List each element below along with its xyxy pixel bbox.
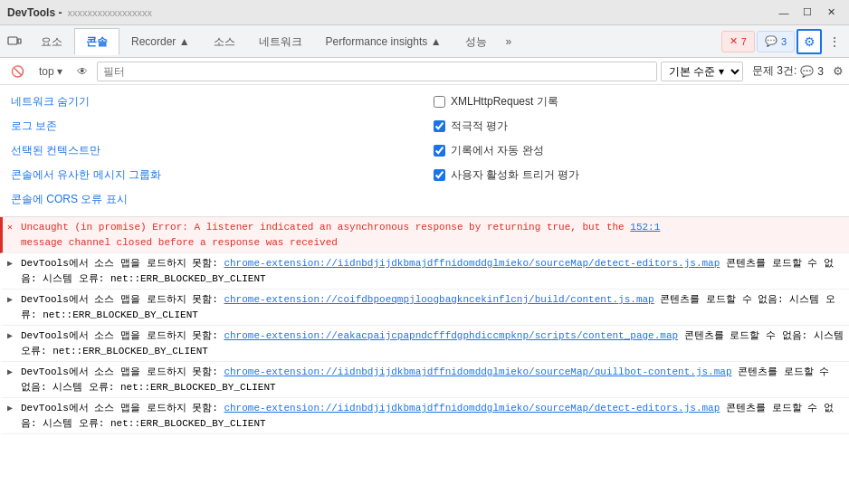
svg-rect-1: [18, 39, 21, 43]
error-location-link[interactable]: 152:1: [630, 222, 660, 233]
error-entry-content: Uncaught (in promise) Error: A listener …: [21, 220, 844, 250]
setting-eager-eval: 적극적 평가: [434, 117, 838, 136]
info-link-2[interactable]: chrome-extension://coifdbpoeqmpjloogbagk…: [224, 294, 653, 305]
xml-http-request-checkbox[interactable]: [434, 96, 445, 108]
svg-rect-0: [8, 37, 17, 44]
info-text-5: DevTools에서 소스 맵을 로드하지 못함:: [21, 403, 224, 414]
eager-eval-checkbox[interactable]: [434, 120, 445, 132]
tab-performance-insights[interactable]: Performance insights ▲: [314, 28, 453, 55]
preserve-log-link[interactable]: 로그 보존: [11, 119, 57, 134]
info-icon-2: ▶: [7, 293, 13, 307]
no-entry-icon: 🚫: [11, 65, 24, 78]
info-content-1: DevTools에서 소스 맵을 로드하지 못함: chrome-extensi…: [21, 256, 844, 286]
top-context-button[interactable]: top ▾: [33, 62, 68, 81]
setting-preserve-log: 로그 보존: [11, 117, 415, 136]
tab-recorder[interactable]: Recorder ▲: [119, 28, 202, 55]
settings-panel: 네트워크 숨기기 XMLHttpRequest 기록 로그 보존 적극적 평가 …: [0, 85, 849, 217]
eye-button[interactable]: 👁: [72, 62, 93, 81]
app-subtitle: xxxxxxxxxxxxxxxxx: [67, 7, 152, 18]
tab-more-button[interactable]: »: [499, 28, 520, 55]
cors-errors-link[interactable]: 콘솔에 CORS 오류 표시: [11, 192, 128, 207]
device-toggle-icon[interactable]: [0, 25, 29, 58]
console-entry-error: ✕ Uncaught (in promise) Error: A listene…: [0, 217, 849, 253]
clear-console-button[interactable]: 🚫: [5, 62, 30, 81]
console-entry-info-4: ▶ DevTools에서 소스 맵을 로드하지 못함: chrome-exten…: [0, 362, 849, 398]
eye-icon: 👁: [77, 65, 88, 78]
error-message-continuation: message channel closed before a response…: [21, 237, 338, 248]
log-level-select[interactable]: 기본 수준 ▾: [661, 62, 743, 81]
tab-bar: 요소 콘솔 Recorder ▲ 소스 네트워크 Performance ins…: [0, 25, 849, 58]
warning-icon: 💬: [765, 35, 777, 47]
issue-count-number: 3: [817, 65, 824, 78]
close-button[interactable]: ✕: [820, 4, 842, 22]
info-content-2: DevTools에서 소스 맵을 로드하지 못함: chrome-extensi…: [21, 292, 844, 322]
more-options-button[interactable]: ⋮: [824, 29, 845, 54]
top-dropdown-icon: ▾: [57, 65, 62, 78]
error-count: 7: [741, 36, 747, 47]
console-entry-info-5: ▶ DevTools에서 소스 맵을 로드하지 못함: chrome-exten…: [0, 398, 849, 434]
setting-group-similar: 콘솔에서 유사한 메시지 그룹화: [11, 166, 415, 185]
setting-xml-http-request: XMLHttpRequest 기록: [434, 92, 838, 111]
maximize-button[interactable]: ☐: [797, 4, 818, 22]
issue-count-icon: 💬: [800, 65, 814, 78]
warning-count: 3: [781, 36, 787, 47]
error-message-text: Uncaught (in promise) Error: A listener …: [21, 222, 630, 233]
selected-context-link[interactable]: 선택된 컨텍스트만: [11, 143, 100, 158]
title-bar-left: DevTools - xxxxxxxxxxxxxxxxx: [7, 6, 152, 19]
info-link-3[interactable]: chrome-extension://eakacpaijcpapndcfffdg…: [224, 330, 678, 341]
user-activation-label: 사용자 활성화 트리거 평가: [451, 167, 579, 183]
gear-icon: ⚙: [804, 34, 816, 49]
info-text-2: DevTools에서 소스 맵을 로드하지 못함:: [21, 294, 224, 305]
group-similar-link[interactable]: 콘솔에서 유사한 메시지 그룹화: [11, 167, 161, 183]
tab-bar-left: 요소 콘솔 Recorder ▲ 소스 네트워크 Performance ins…: [0, 25, 519, 57]
console-entry-info-2: ▶ DevTools에서 소스 맵을 로드하지 못함: chrome-exten…: [0, 290, 849, 326]
title-bar: DevTools - xxxxxxxxxxxxxxxxx — ☐ ✕: [0, 0, 849, 25]
info-link-4[interactable]: chrome-extension://iidnbdjijdkbmajdffnid…: [224, 366, 731, 377]
setting-cors-errors: 콘솔에 CORS 오류 표시: [11, 190, 415, 209]
info-link-1[interactable]: chrome-extension://iidnbdjijdkbmajdffnid…: [224, 258, 720, 269]
tab-console[interactable]: 콘솔: [74, 28, 119, 55]
info-icon-1: ▶: [7, 257, 13, 271]
info-content-4: DevTools에서 소스 맵을 로드하지 못함: chrome-extensi…: [21, 365, 844, 395]
top-label: top: [39, 65, 54, 78]
tab-network[interactable]: 네트워크: [247, 28, 314, 55]
autocomplete-checkbox[interactable]: [434, 145, 445, 157]
app-title: DevTools -: [7, 6, 62, 19]
filter-input[interactable]: [97, 62, 657, 81]
info-text-1: DevTools에서 소스 맵을 로드하지 못함:: [21, 258, 224, 269]
autocomplete-label: 기록에서 자동 완성: [451, 143, 544, 158]
setting-hide-network: 네트워크 숨기기: [11, 92, 415, 111]
error-icon: ✕: [730, 35, 738, 47]
tab-bar-right: ✕ 7 💬 3 ⚙ ⋮: [721, 25, 849, 57]
info-content-5: DevTools에서 소스 맵을 로드하지 못함: chrome-extensi…: [21, 401, 844, 431]
user-activation-checkbox[interactable]: [434, 169, 445, 181]
error-entry-icon: ✕: [7, 221, 13, 234]
console-settings-button[interactable]: ⚙: [833, 64, 844, 78]
tab-performance[interactable]: 성능: [453, 28, 499, 55]
window-controls: — ☐ ✕: [773, 4, 842, 22]
issue-count-display: 문제 3건: 💬 3: [747, 63, 829, 79]
setting-autocomplete: 기록에서 자동 완성: [434, 141, 838, 160]
info-icon-4: ▶: [7, 366, 13, 379]
minimize-button[interactable]: —: [773, 4, 795, 22]
info-text-3: DevTools에서 소스 맵을 로드하지 못함:: [21, 330, 224, 341]
tab-sources[interactable]: 소스: [202, 28, 247, 55]
tab-elements[interactable]: 요소: [29, 28, 74, 55]
eager-eval-label: 적극적 평가: [451, 119, 508, 134]
info-icon-5: ▶: [7, 402, 13, 415]
info-icon-3: ▶: [7, 329, 13, 343]
info-link-5[interactable]: chrome-extension://iidnbdjijdkbmajdffnid…: [224, 403, 720, 414]
info-text-4: DevTools에서 소스 맵을 로드하지 못함:: [21, 366, 224, 377]
settings-gear-button[interactable]: ⚙: [797, 29, 822, 54]
console-entry-info-3: ▶ DevTools에서 소스 맵을 로드하지 못함: chrome-exten…: [0, 326, 849, 362]
error-badge-button[interactable]: ✕ 7: [721, 31, 755, 52]
issue-count-label: 문제 3건:: [752, 63, 797, 79]
xml-http-request-label: XMLHttpRequest 기록: [451, 94, 558, 109]
console-output[interactable]: ✕ Uncaught (in promise) Error: A listene…: [0, 217, 849, 504]
console-entry-info-1: ▶ DevTools에서 소스 맵을 로드하지 못함: chrome-exten…: [0, 253, 849, 290]
console-toolbar: 🚫 top ▾ 👁 기본 수준 ▾ 문제 3건: 💬 3 ⚙: [0, 58, 849, 85]
hide-network-link[interactable]: 네트워크 숨기기: [11, 94, 90, 109]
dots-icon: ⋮: [828, 34, 841, 49]
info-content-3: DevTools에서 소스 맵을 로드하지 못함: chrome-extensi…: [21, 328, 844, 358]
warning-badge-button[interactable]: 💬 3: [757, 31, 795, 52]
